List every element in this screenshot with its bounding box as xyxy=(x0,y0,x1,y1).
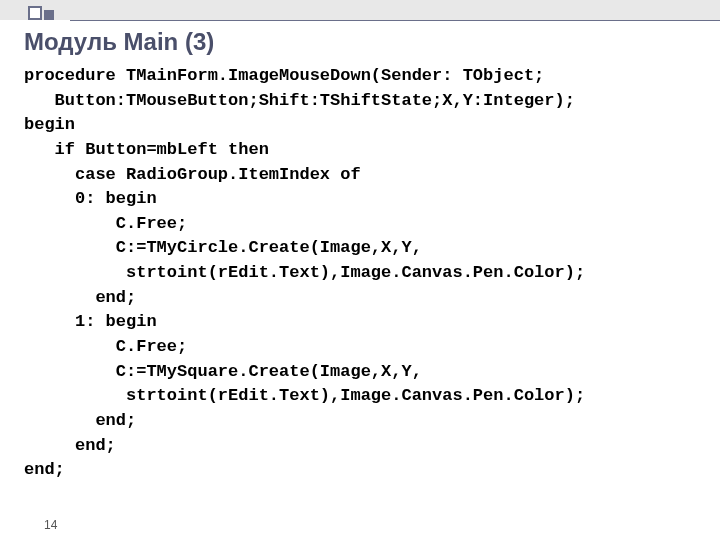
code-line: procedure TMainForm.ImageMouseDown(Sende… xyxy=(24,66,544,85)
code-line: 0: begin xyxy=(24,189,157,208)
code-line: C:=TMySquare.Create(Image,X,Y, xyxy=(24,362,422,381)
code-line: strtoint(rEdit.Text),Image.Canvas.Pen.Co… xyxy=(24,386,585,405)
code-line: Button:TMouseButton;Shift:TShiftState;X,… xyxy=(24,91,575,110)
code-line: C.Free; xyxy=(24,337,187,356)
code-line: 1: begin xyxy=(24,312,157,331)
slide-title: Модуль Main (3) xyxy=(24,28,214,56)
code-block: procedure TMainForm.ImageMouseDown(Sende… xyxy=(24,64,585,483)
square-outline-icon xyxy=(28,6,42,20)
top-bar xyxy=(0,0,720,20)
code-line: C.Free; xyxy=(24,214,187,233)
code-line: end; xyxy=(24,460,65,479)
code-line: strtoint(rEdit.Text),Image.Canvas.Pen.Co… xyxy=(24,263,585,282)
code-line: end; xyxy=(24,411,136,430)
page-number: 14 xyxy=(44,518,57,532)
code-line: end; xyxy=(24,436,116,455)
square-solid-icon xyxy=(44,10,54,20)
code-line: C:=TMyCircle.Create(Image,X,Y, xyxy=(24,238,422,257)
divider xyxy=(70,20,720,21)
code-line: case RadioGroup.ItemIndex of xyxy=(24,165,361,184)
code-line: end; xyxy=(24,288,136,307)
code-line: begin xyxy=(24,115,75,134)
code-line: if Button=mbLeft then xyxy=(24,140,269,159)
